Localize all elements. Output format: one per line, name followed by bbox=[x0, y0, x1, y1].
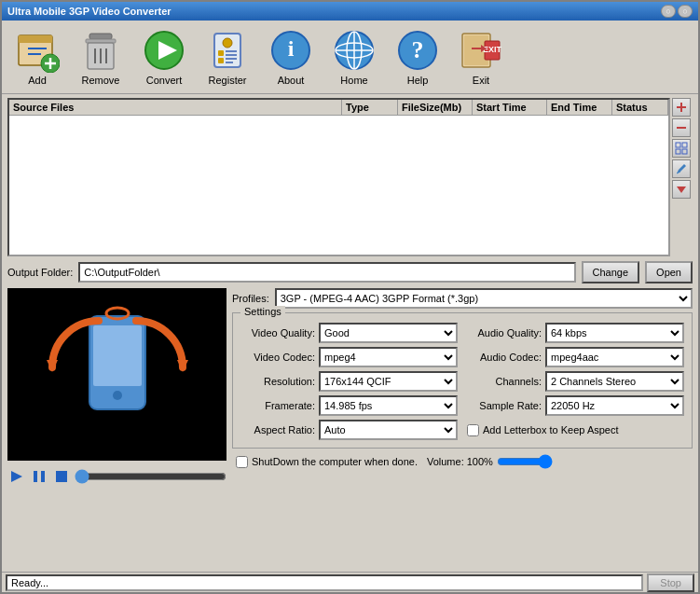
file-list-header: Source Files Type FileSize(Mb) Start Tim… bbox=[9, 100, 668, 116]
exit-button[interactable]: EXIT Exit bbox=[451, 24, 511, 90]
change-button[interactable]: Change bbox=[582, 261, 640, 283]
sample-rate-label: Sample Rate: bbox=[467, 400, 542, 411]
col-start-time: Start Time bbox=[473, 100, 547, 115]
profiles-row: Profiles: 3GP - (MPEG-4 AAC) 3GPP Format… bbox=[232, 288, 693, 309]
convert-button[interactable]: Convert bbox=[134, 24, 194, 90]
audio-codec-label: Audio Codec: bbox=[467, 352, 542, 363]
col-type: Type bbox=[342, 100, 398, 115]
svg-rect-21 bbox=[226, 58, 237, 60]
output-input[interactable] bbox=[78, 262, 575, 283]
pause-button[interactable] bbox=[30, 467, 48, 486]
side-buttons bbox=[672, 98, 693, 256]
play-button[interactable] bbox=[7, 467, 26, 486]
letterbox-checkbox[interactable] bbox=[467, 424, 479, 436]
svg-rect-44 bbox=[682, 149, 687, 154]
audio-codec-select[interactable]: mpeg4aac bbox=[545, 347, 684, 367]
about-icon: i bbox=[268, 28, 313, 73]
svg-point-50 bbox=[113, 391, 122, 400]
player-controls bbox=[7, 464, 226, 489]
svg-rect-22 bbox=[226, 62, 233, 63]
video-quality-select[interactable]: Good bbox=[319, 323, 458, 343]
framerate-select[interactable]: 14.985 fps bbox=[319, 395, 458, 416]
help-label: Help bbox=[407, 75, 429, 86]
svg-rect-7 bbox=[89, 34, 112, 39]
svg-rect-55 bbox=[34, 471, 37, 482]
aspect-ratio-label: Aspect Ratio: bbox=[240, 424, 315, 435]
remove-label: Remove bbox=[82, 75, 120, 86]
video-quality-label: Video Quality: bbox=[240, 327, 315, 338]
status-bar: Ready... Stop bbox=[2, 572, 698, 592]
bottom-bar: ShutDown the computer when done. Volume:… bbox=[232, 452, 693, 471]
status-text: Ready... bbox=[6, 574, 643, 591]
side-add-btn[interactable] bbox=[672, 98, 691, 117]
add-button[interactable]: Add bbox=[7, 24, 67, 90]
svg-marker-45 bbox=[677, 164, 686, 173]
shutdown-checkbox[interactable] bbox=[236, 456, 248, 468]
aspect-ratio-row: Aspect Ratio: Auto bbox=[240, 420, 458, 440]
about-label: About bbox=[278, 75, 305, 86]
title-bar: Ultra Mobile 3GP Video Converter ○ ○ bbox=[2, 2, 698, 21]
about-button[interactable]: i About bbox=[261, 24, 321, 90]
output-row: Output Folder: Change Open bbox=[7, 260, 693, 284]
title-text: Ultra Mobile 3GP Video Converter bbox=[7, 6, 172, 17]
home-label: Home bbox=[340, 75, 367, 86]
restore-button[interactable]: ○ bbox=[678, 5, 693, 18]
player-slider[interactable] bbox=[75, 470, 226, 483]
svg-rect-39 bbox=[680, 103, 682, 112]
volume-area: Volume: 100% bbox=[427, 454, 553, 469]
exit-icon: EXIT bbox=[459, 28, 503, 73]
help-button[interactable]: ? Help bbox=[388, 24, 447, 90]
audio-codec-row: Audio Codec: mpeg4aac bbox=[467, 347, 684, 367]
title-bar-buttons: ○ ○ bbox=[661, 5, 693, 18]
profiles-select[interactable]: 3GP - (MPEG-4 AAC) 3GPP Format (*.3gp) bbox=[275, 288, 693, 309]
settings-legend: Settings bbox=[240, 306, 285, 317]
resolution-row: Resolution: 176x144 QCIF bbox=[240, 371, 458, 392]
open-button[interactable]: Open bbox=[645, 261, 693, 283]
side-remove-btn[interactable] bbox=[672, 118, 691, 137]
svg-rect-17 bbox=[218, 50, 224, 56]
register-button[interactable]: Register bbox=[198, 24, 257, 90]
convert-label: Convert bbox=[146, 75, 183, 86]
settings-group: Settings Video Quality: Good Audio Quali… bbox=[232, 312, 693, 449]
resolution-label: Resolution: bbox=[240, 376, 315, 387]
letterbox-label: Add Letterbox to Keep Aspect bbox=[483, 424, 619, 435]
file-list: Source Files Type FileSize(Mb) Start Tim… bbox=[7, 98, 670, 256]
preview-video bbox=[7, 288, 226, 461]
stop-player-button[interactable] bbox=[52, 467, 71, 486]
sample-rate-select[interactable]: 22050 Hz bbox=[545, 395, 684, 416]
volume-slider[interactable] bbox=[497, 454, 553, 469]
svg-marker-54 bbox=[11, 471, 22, 482]
svg-rect-20 bbox=[226, 54, 237, 56]
video-quality-row: Video Quality: Good bbox=[240, 323, 458, 343]
col-filesize: FileSize(Mb) bbox=[398, 100, 473, 115]
output-label: Output Folder: bbox=[7, 267, 73, 278]
svg-marker-52 bbox=[177, 360, 188, 372]
framerate-row: Framerate: 14.985 fps bbox=[240, 395, 458, 416]
preview-area bbox=[7, 288, 226, 568]
svg-rect-1 bbox=[19, 35, 52, 43]
content-area: Source Files Type FileSize(Mb) Start Tim… bbox=[2, 94, 698, 572]
col-end-time: End Time bbox=[547, 100, 612, 115]
minimize-button[interactable]: ○ bbox=[661, 5, 676, 18]
stop-button[interactable]: Stop bbox=[647, 573, 694, 592]
svg-marker-51 bbox=[47, 360, 58, 372]
audio-quality-label: Audio Quality: bbox=[467, 327, 542, 338]
channels-select[interactable]: 2 Channels Stereo bbox=[545, 371, 684, 392]
video-codec-select[interactable]: mpeg4 bbox=[319, 347, 458, 367]
svg-point-16 bbox=[223, 38, 232, 48]
svg-marker-47 bbox=[677, 186, 686, 193]
aspect-ratio-select[interactable]: Auto bbox=[319, 420, 458, 440]
side-arrow-btn[interactable] bbox=[672, 180, 691, 199]
audio-quality-select[interactable]: 64 kbps bbox=[545, 323, 684, 343]
settings-grid: Video Quality: Good Audio Quality: 64 kb… bbox=[240, 323, 684, 440]
svg-rect-18 bbox=[218, 58, 224, 63]
home-button[interactable]: Home bbox=[324, 24, 384, 90]
side-edit-btn[interactable] bbox=[672, 159, 691, 178]
remove-button[interactable]: Remove bbox=[71, 24, 130, 90]
side-grid-btn[interactable] bbox=[672, 139, 691, 158]
svg-rect-57 bbox=[56, 471, 67, 482]
add-icon bbox=[15, 28, 60, 73]
svg-rect-56 bbox=[41, 471, 45, 482]
resolution-select[interactable]: 176x144 QCIF bbox=[319, 371, 458, 392]
svg-text:i: i bbox=[288, 36, 295, 61]
